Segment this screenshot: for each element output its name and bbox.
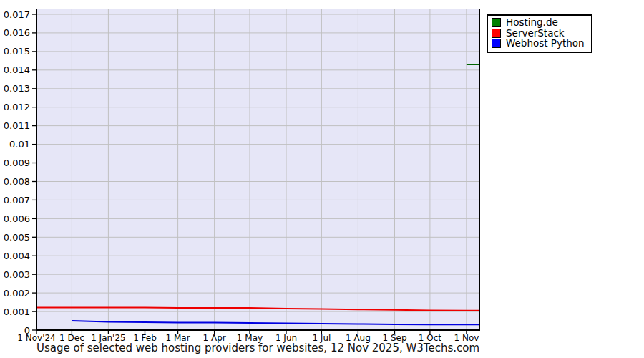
chart-container: 00.0010.0020.0030.0040.0050.0060.0070.00… <box>0 0 644 358</box>
y-tick-label: 0.012 <box>4 102 30 112</box>
legend-label-webhost-python: Webhost Python <box>506 39 585 49</box>
y-tick-label: 0.006 <box>4 213 30 224</box>
y-tick-label: 0.005 <box>4 232 30 243</box>
legend-swatch-serverstack <box>492 29 501 38</box>
y-tick-label: 0.009 <box>4 158 30 168</box>
legend-swatch-hosting-de <box>492 18 501 27</box>
legend-item: ServerStack <box>492 29 585 39</box>
usage-line-chart: 00.0010.0020.0030.0040.0050.0060.0070.00… <box>0 0 644 358</box>
y-tick-label: 0.001 <box>4 306 30 317</box>
y-tick-label: 0.008 <box>4 176 30 187</box>
legend-item: Webhost Python <box>492 39 585 49</box>
legend-label-serverstack: ServerStack <box>506 29 565 39</box>
legend-item: Hosting.de <box>492 18 585 28</box>
y-tick-label: 0.017 <box>4 9 30 20</box>
y-tick-label: 0.013 <box>4 83 30 94</box>
y-tick-label: 0.015 <box>4 46 30 57</box>
y-tick-label: 0.01 <box>9 139 30 150</box>
y-tick-label: 0.002 <box>4 288 30 299</box>
plot-area <box>36 9 479 330</box>
y-tick-label: 0.004 <box>4 251 30 261</box>
y-tick-label: 0.003 <box>4 269 30 280</box>
legend: Hosting.de ServerStack Webhost Python <box>487 14 592 53</box>
chart-title: Usage of selected web hosting providers … <box>36 342 479 354</box>
y-tick-label: 0.016 <box>4 27 30 38</box>
y-tick-label: 0.011 <box>4 120 30 131</box>
legend-label-hosting-de: Hosting.de <box>506 18 558 28</box>
y-tick-label: 0.014 <box>4 64 30 75</box>
legend-swatch-webhost-python <box>492 39 501 48</box>
y-tick-label: 0.007 <box>4 195 30 205</box>
